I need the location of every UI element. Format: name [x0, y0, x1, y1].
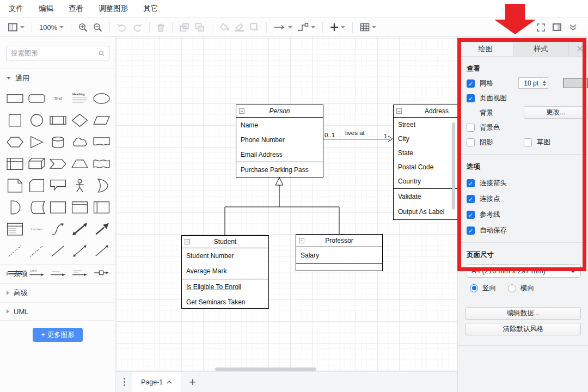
collapse-icon[interactable]: − [299, 238, 304, 243]
view-panels-button[interactable] [8, 21, 24, 34]
grid-size-input[interactable] [518, 77, 541, 89]
edge-target-multiplicity[interactable]: 1 [384, 133, 387, 139]
collapse-icon[interactable]: − [396, 108, 402, 114]
menu-edit[interactable]: 编辑 [39, 4, 53, 14]
undo-button[interactable] [117, 21, 127, 34]
shape-parallelogram[interactable] [90, 111, 112, 129]
fullscreen-icon[interactable] [537, 23, 545, 32]
connection-arrows-checkbox[interactable]: ✓ [467, 179, 475, 187]
shape-container[interactable] [47, 198, 69, 216]
insert-button[interactable] [330, 21, 345, 34]
more-shapes-button[interactable]: + 更多图形 [33, 328, 83, 342]
zoom-level-button[interactable]: 100% [39, 21, 64, 34]
connection-style-button[interactable] [274, 21, 292, 34]
shape-textbox[interactable]: Heading [69, 89, 91, 107]
uml-class-person[interactable]: − Person Name Phone Number Email Address… [236, 105, 323, 177]
line-color-button[interactable] [235, 21, 244, 34]
shape-dashed-line[interactable] [4, 242, 26, 260]
shape-bidirectional-arrow[interactable] [69, 220, 91, 238]
shape-diamond[interactable] [69, 111, 91, 129]
shape-data-storage[interactable] [26, 198, 48, 216]
waypoint-style-button[interactable] [298, 21, 315, 34]
shadow-button[interactable] [250, 21, 259, 34]
shape-process[interactable] [47, 111, 69, 129]
background-color-checkbox[interactable] [467, 124, 475, 132]
shape-horizontal-container[interactable] [90, 198, 112, 216]
shape-list-item[interactable]: List Item [26, 220, 48, 238]
sidebar-section-uml[interactable]: UML [0, 302, 116, 321]
uml-class-student[interactable]: − Student Student Number Average Mark Is… [181, 235, 269, 309]
shadow-checkbox[interactable] [467, 138, 475, 146]
grid-color-swatch[interactable] [564, 78, 588, 88]
shape-rectangle[interactable] [4, 89, 26, 107]
add-page-button[interactable]: + [189, 375, 196, 389]
sketch-checkbox[interactable] [524, 138, 532, 146]
shape-dotted-line[interactable] [26, 242, 48, 260]
page-size-select[interactable]: A4 (210 mm x 297 mm) [467, 264, 581, 278]
tab-diagram[interactable]: 绘图 [458, 41, 513, 56]
shape-and[interactable] [4, 198, 26, 216]
collapse-double-chevron-icon[interactable] [569, 24, 577, 31]
change-background-button[interactable]: 更改... [524, 106, 588, 119]
shape-card[interactable] [26, 176, 48, 194]
to-front-button[interactable] [180, 21, 189, 34]
shape-document[interactable] [90, 133, 112, 151]
shape-vertical-container[interactable] [69, 198, 91, 216]
delete-button[interactable] [157, 21, 165, 34]
table-button[interactable] [360, 21, 376, 34]
shape-triangle[interactable] [26, 133, 48, 151]
landscape-radio[interactable] [508, 284, 516, 292]
guides-checkbox[interactable]: ✓ [467, 211, 475, 219]
collapse-icon[interactable]: − [185, 239, 190, 244]
edit-data-button[interactable]: 编辑数据... [465, 307, 581, 320]
shape-actor[interactable] [69, 176, 91, 194]
clear-default-style-button[interactable]: 清除默认风格 [465, 323, 581, 335]
edge-label[interactable]: lives at [345, 130, 365, 136]
shape-cube[interactable] [26, 155, 48, 173]
shape-line[interactable] [47, 242, 69, 260]
grid-size-stepper[interactable] [541, 77, 548, 89]
shape-internal-storage[interactable] [4, 155, 26, 173]
portrait-radio[interactable] [470, 284, 478, 292]
shape-rounded-rectangle[interactable] [26, 89, 48, 107]
menu-arrange[interactable]: 调整图形 [99, 4, 128, 14]
close-panel-button[interactable] [572, 41, 588, 56]
shape-search-input[interactable] [11, 50, 99, 57]
sidebar-section-general[interactable]: 通用 [0, 69, 116, 87]
shape-cylinder[interactable] [47, 133, 69, 151]
shape-square[interactable] [4, 111, 26, 129]
zoom-in-button[interactable] [78, 21, 88, 34]
tab-style[interactable]: 样式 [513, 41, 569, 56]
shape-note[interactable] [4, 176, 26, 194]
inheritance-edges[interactable] [222, 176, 342, 237]
shape-cloud[interactable] [69, 133, 91, 151]
format-panel-icon[interactable] [553, 23, 561, 31]
grid-checkbox[interactable]: ✓ [467, 79, 475, 88]
shape-callout[interactable] [47, 176, 69, 194]
autosave-checkbox[interactable]: ✓ [467, 226, 475, 235]
edge-source-multiplicity[interactable]: 0..1 [324, 132, 335, 138]
shape-bidirectional-connector[interactable] [69, 242, 91, 260]
canvas-horizontal-scrollbar[interactable] [215, 367, 316, 371]
shape-tape[interactable] [90, 155, 112, 173]
collapse-icon[interactable]: − [239, 108, 244, 114]
sidebar-section-misc[interactable]: 杂项 [0, 264, 116, 283]
shape-arrow[interactable] [90, 220, 112, 238]
pages-menu-button[interactable] [116, 378, 132, 386]
edge-lives-at[interactable] [323, 139, 390, 139]
shape-hexagon[interactable] [4, 133, 26, 151]
menu-view[interactable]: 查看 [69, 4, 83, 14]
shape-directional-connector[interactable] [90, 242, 112, 260]
sidebar-section-advanced[interactable]: 高级 [0, 283, 116, 302]
uml-class-address[interactable]: − Address Street City State Postal Code … [393, 105, 457, 220]
shape-or[interactable] [90, 176, 112, 194]
shape-curve[interactable] [47, 220, 69, 238]
redo-button[interactable] [132, 21, 142, 34]
shape-search[interactable] [6, 46, 109, 60]
canvas-vertical-scrollbar[interactable] [452, 122, 455, 210]
shape-step[interactable] [47, 155, 69, 173]
shape-trapezoid[interactable] [69, 155, 91, 173]
shape-text[interactable]: Text [47, 89, 69, 107]
page-tab[interactable]: Page-1 [132, 372, 181, 392]
shape-circle[interactable] [26, 111, 48, 129]
